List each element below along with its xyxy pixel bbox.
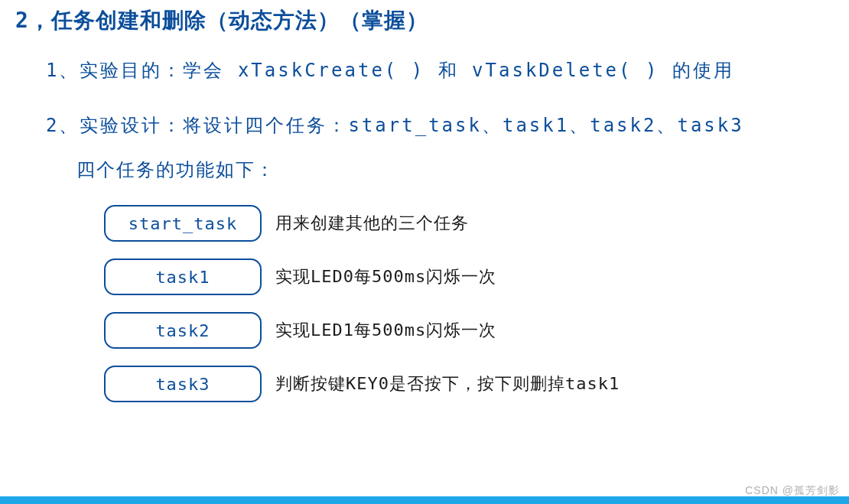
watermark-text: CSDN @孤芳剑影: [745, 484, 840, 498]
slide-content: 2，任务创建和删除（动态方法）（掌握） 1、实验目的：学会 xTaskCreat…: [0, 0, 849, 402]
task-desc: 用来创建其他的三个任务: [275, 212, 469, 235]
objective-line: 1、实验目的：学会 xTaskCreate( ) 和 vTaskDelete( …: [46, 58, 834, 83]
task-desc: 实现LED0每500ms闪烁一次: [275, 265, 496, 288]
footer-accent-bar: [0, 496, 849, 504]
task-pill-start-task: start_task: [104, 205, 262, 242]
task-row: start_task 用来创建其他的三个任务: [104, 205, 834, 242]
task-pill-task2: task2: [104, 312, 262, 349]
task-row: task1 实现LED0每500ms闪烁一次: [104, 259, 834, 295]
task-desc: 判断按键KEY0是否按下，按下则删掉task1: [275, 372, 620, 395]
functions-intro: 四个任务的功能如下：: [76, 158, 834, 182]
task-pill-task1: task1: [104, 259, 262, 295]
task-row: task3 判断按键KEY0是否按下，按下则删掉task1: [104, 366, 834, 402]
task-desc: 实现LED1每500ms闪烁一次: [275, 319, 496, 342]
content-block: 1、实验目的：学会 xTaskCreate( ) 和 vTaskDelete( …: [15, 58, 834, 402]
task-row: task2 实现LED1每500ms闪烁一次: [104, 312, 834, 349]
section-heading: 2，任务创建和删除（动态方法）（掌握）: [15, 6, 834, 35]
design-line: 2、实验设计：将设计四个任务：start_task、task1、task2、ta…: [46, 113, 834, 138]
task-pill-task3: task3: [104, 366, 262, 402]
